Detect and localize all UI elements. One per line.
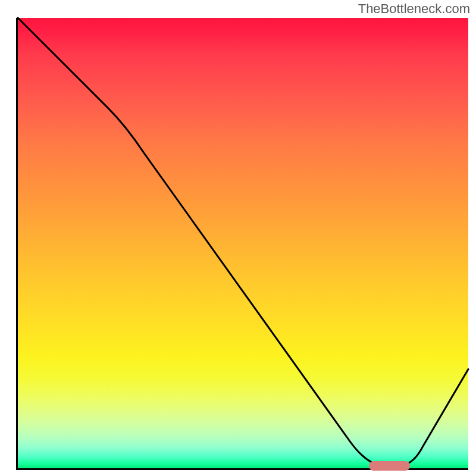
y-axis — [16, 18, 18, 470]
bottleneck-curve — [18, 18, 468, 466]
curve-svg — [0, 0, 476, 476]
watermark-text: TheBottleneck.com — [358, 1, 470, 17]
optimal-marker — [369, 461, 409, 471]
chart-container: TheBottleneck.com — [0, 0, 476, 476]
